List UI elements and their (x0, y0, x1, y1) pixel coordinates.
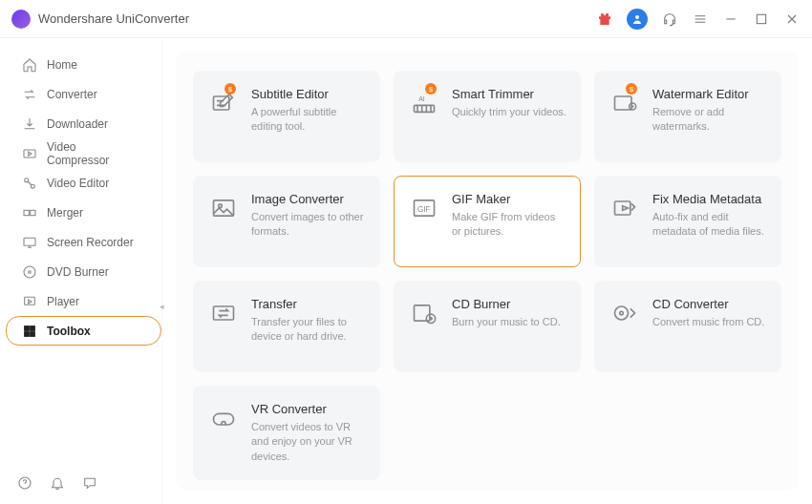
tile-desc: Auto-fix and edit metadata of media file… (652, 210, 767, 240)
tool-tile-image[interactable]: Image ConverterConvert images to other f… (193, 176, 380, 267)
svg-point-30 (615, 306, 629, 320)
sidebar-item-player[interactable]: Player (6, 286, 156, 316)
sidebar-item-downloader[interactable]: Downloader (6, 109, 156, 138)
svg-rect-12 (31, 326, 35, 330)
svg-point-22 (219, 204, 223, 208)
sidebar-item-converter[interactable]: Converter (6, 79, 156, 109)
svg-rect-6 (31, 210, 35, 215)
sidebar-item-dvd[interactable]: DVD Burner (6, 257, 156, 286)
svg-text:AI: AI (418, 95, 425, 102)
tile-desc: A powerful subtitle editing tool. (251, 105, 366, 135)
svg-point-0 (635, 15, 639, 19)
tile-desc: Convert music from CD. (652, 315, 767, 329)
vr-icon (207, 402, 240, 434)
sidebar-label: DVD Burner (47, 265, 109, 279)
svg-rect-1 (757, 14, 765, 23)
collapse-sidebar-icon[interactable]: ◂ (156, 301, 167, 312)
tile-desc: Burn your music to CD. (452, 315, 566, 329)
sidebar-label: Home (47, 58, 77, 72)
tile-desc: Quickly trim your videos. (452, 105, 566, 119)
close-icon[interactable] (783, 10, 801, 28)
tool-tile-cdburn[interactable]: CD BurnerBurn your music to CD. (394, 281, 581, 372)
svg-rect-13 (25, 331, 30, 336)
tile-title: Watermark Editor (652, 87, 767, 101)
feedback-icon[interactable] (82, 475, 97, 491)
toolbox-panel: $Subtitle EditorA powerful subtitle edit… (176, 52, 799, 491)
sidebar-label: Video Compressor (47, 140, 139, 167)
tile-desc: Convert images to other formats. (251, 210, 366, 240)
tile-title: Smart Trimmer (452, 87, 566, 101)
cdconv-icon (609, 297, 641, 329)
svg-rect-7 (24, 238, 35, 245)
tile-desc: Transfer your files to device or hard dr… (251, 315, 366, 345)
svg-point-29 (430, 318, 432, 320)
gif-icon: GIF (408, 192, 440, 224)
sidebar-item-toolbox[interactable]: Toolbox (6, 316, 161, 346)
image-icon (207, 192, 240, 224)
tile-desc: Convert videos to VR and enjoy on your V… (251, 420, 366, 464)
sidebar: Home Converter Downloader Video Compress… (0, 38, 162, 504)
app-title: Wondershare UniConverter (38, 11, 189, 26)
app-logo (11, 10, 31, 29)
tool-tile-gif[interactable]: GIFGIF MakerMake GIF from videos or pict… (394, 176, 581, 267)
svg-point-9 (29, 270, 32, 273)
tool-tile-watermark[interactable]: $Watermark EditorRemove or add watermark… (594, 71, 781, 162)
sidebar-label: Toolbox (47, 325, 91, 338)
tool-tile-metadata[interactable]: Fix Media MetadataAuto-fix and edit meta… (594, 176, 781, 267)
metadata-icon (609, 192, 641, 224)
sidebar-item-editor[interactable]: Video Editor (6, 168, 156, 198)
user-avatar-icon[interactable] (627, 9, 648, 30)
tile-title: Image Converter (251, 192, 366, 206)
price-badge: $ (425, 83, 437, 94)
svg-point-28 (426, 314, 435, 323)
bell-icon[interactable] (50, 475, 65, 491)
help-icon[interactable] (17, 475, 32, 491)
sidebar-label: Player (47, 295, 79, 308)
transfer-icon (207, 297, 240, 329)
svg-rect-2 (24, 150, 35, 158)
gift-icon[interactable] (596, 10, 613, 28)
sidebar-label: Merger (47, 206, 83, 220)
cdburn-icon (408, 297, 440, 329)
svg-rect-27 (415, 305, 430, 321)
svg-rect-11 (25, 326, 30, 330)
content-area: $Subtitle EditorA powerful subtitle edit… (162, 38, 812, 504)
svg-rect-14 (31, 331, 35, 336)
sidebar-label: Downloader (47, 117, 108, 131)
tile-title: Subtitle Editor (251, 87, 366, 101)
svg-rect-26 (214, 306, 234, 320)
sidebar-label: Converter (47, 88, 97, 101)
price-badge: $ (224, 83, 236, 94)
svg-text:GIF: GIF (417, 205, 431, 214)
tile-desc: Make GIF from videos or pictures. (452, 210, 566, 240)
tile-title: GIF Maker (452, 192, 566, 206)
sidebar-label: Screen Recorder (47, 236, 134, 249)
sidebar-item-recorder[interactable]: Screen Recorder (6, 227, 156, 257)
svg-rect-5 (24, 210, 29, 215)
svg-rect-32 (214, 413, 234, 425)
tool-tile-subtitle[interactable]: $Subtitle EditorA powerful subtitle edit… (193, 71, 380, 162)
headset-icon[interactable] (661, 10, 678, 28)
svg-point-8 (24, 266, 35, 278)
tile-title: CD Burner (452, 297, 566, 311)
tool-tile-vr[interactable]: VR ConverterConvert videos to VR and enj… (193, 386, 380, 480)
tile-title: VR Converter (251, 402, 366, 416)
tile-title: CD Converter (652, 297, 767, 311)
sidebar-item-merger[interactable]: Merger (6, 198, 156, 227)
sidebar-label: Video Editor (47, 177, 109, 190)
tool-tile-transfer[interactable]: TransferTransfer your files to device or… (193, 281, 380, 372)
tile-desc: Remove or add watermarks. (652, 105, 767, 135)
svg-point-31 (620, 311, 624, 315)
menu-icon[interactable] (692, 10, 709, 28)
titlebar: Wondershare UniConverter (0, 0, 812, 38)
tool-tile-trimmer[interactable]: $AISmart TrimmerQuickly trim your videos… (394, 71, 581, 162)
maximize-icon[interactable] (753, 10, 770, 28)
tile-title: Transfer (251, 297, 366, 311)
price-badge: $ (626, 83, 637, 94)
sidebar-item-home[interactable]: Home (6, 50, 156, 79)
tile-title: Fix Media Metadata (652, 192, 767, 206)
minimize-icon[interactable] (722, 10, 739, 28)
sidebar-item-compressor[interactable]: Video Compressor (6, 138, 156, 168)
tool-tile-cdconv[interactable]: CD ConverterConvert music from CD. (594, 281, 781, 372)
